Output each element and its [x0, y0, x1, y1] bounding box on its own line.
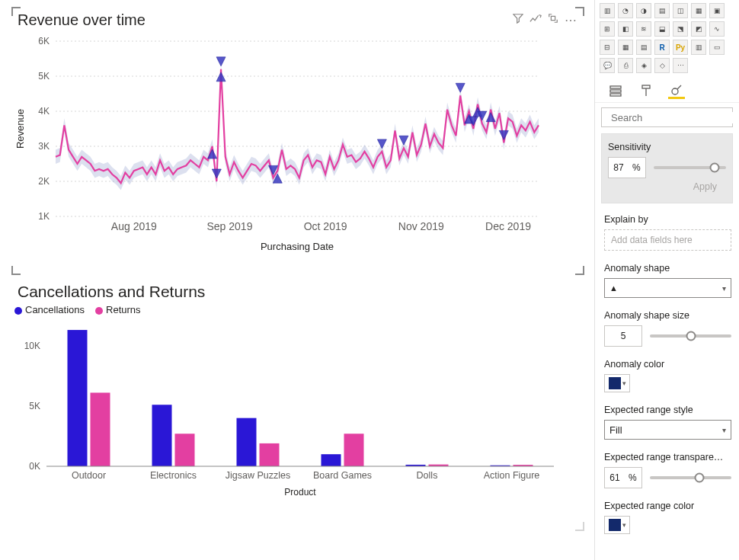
viz-type-icon[interactable]: 💬 [600, 58, 615, 73]
svg-text:Dec 2019: Dec 2019 [485, 220, 531, 232]
svg-rect-38 [68, 330, 88, 466]
svg-rect-0 [551, 16, 555, 20]
svg-text:4K: 4K [38, 106, 50, 117]
sensitivity-value-box[interactable]: 87 % [608, 157, 646, 178]
svg-rect-45 [260, 443, 280, 466]
svg-text:10K: 10K [24, 341, 40, 351]
svg-rect-44 [237, 418, 257, 466]
svg-text:Nov 2019: Nov 2019 [398, 220, 444, 232]
legend-item-cancellations[interactable]: Cancellations [14, 304, 85, 315]
svg-text:1K: 1K [38, 211, 50, 222]
anomaly-color-swatch[interactable]: ▾ [604, 374, 630, 392]
svg-text:5K: 5K [38, 71, 50, 82]
svg-text:6K: 6K [38, 36, 50, 46]
viz-type-icon[interactable]: ⊞ [600, 21, 615, 37]
viz-type-icon[interactable]: Py [673, 40, 688, 55]
viz-type-icon[interactable]: ⬓ [654, 21, 670, 37]
viz-type-icon[interactable]: ▦ [691, 3, 706, 18]
sensitivity-label: Sensitivity [608, 142, 726, 152]
viz-type-icon[interactable]: ▭ [709, 40, 725, 55]
apply-button[interactable]: Apply [693, 181, 717, 192]
panel-search[interactable] [601, 107, 733, 127]
viz-type-icon[interactable]: ▤ [636, 40, 651, 55]
chart1-title: Revenue over time [13, 8, 583, 29]
svg-rect-58 [610, 86, 621, 88]
viz-type-icon[interactable]: ◫ [673, 3, 688, 18]
tab-analytics[interactable] [668, 82, 685, 99]
svg-rect-41 [152, 405, 172, 466]
viz-type-icon[interactable]: ≋ [636, 21, 651, 37]
tab-fields[interactable] [607, 82, 624, 99]
viz-type-icon[interactable]: ∿ [709, 21, 725, 37]
viz-type-icon[interactable]: ⋯ [673, 58, 688, 73]
resize-handle-bl[interactable] [11, 266, 21, 275]
viz-type-icon[interactable]: ◧ [618, 21, 633, 37]
svg-marker-26 [377, 139, 386, 149]
chart1-plot: 1K2K3K4K5K6KRevenueAug 2019Sep 2019Oct 2… [13, 29, 546, 258]
explain-by-label: Explain by [604, 214, 731, 225]
anomaly-shape-select[interactable]: ▲▾ [604, 278, 731, 298]
svg-text:Outdoor: Outdoor [72, 470, 106, 481]
viz-type-icon[interactable]: ▣ [709, 3, 725, 18]
svg-text:Board Games: Board Games [313, 470, 372, 481]
viz-type-icon[interactable]: ◔ [618, 3, 633, 18]
viz-type-icon[interactable]: ◈ [636, 58, 651, 73]
viz-type-icon[interactable]: ◑ [636, 3, 651, 18]
svg-text:Aug 2019: Aug 2019 [111, 220, 157, 232]
expected-range-color-swatch[interactable]: ▾ [604, 516, 630, 534]
viz-type-icon[interactable]: ⬔ [673, 21, 688, 37]
svg-marker-27 [399, 136, 408, 145]
anomaly-shape-size-box[interactable]: 5 [604, 325, 642, 347]
tab-format[interactable] [638, 82, 654, 99]
resize-handle-tl[interactable] [11, 7, 21, 16]
visual-cancellations-returns[interactable]: Cancellations and Returns Cancellations … [12, 279, 584, 530]
svg-text:Oct 2019: Oct 2019 [304, 220, 347, 232]
svg-text:Jigsaw Puzzles: Jigsaw Puzzles [226, 470, 290, 481]
anomaly-shape-size-label: Anomaly shape size [604, 310, 731, 321]
explain-by-field-well[interactable]: Add data fields here [604, 229, 731, 251]
viz-type-icon[interactable]: ▦ [618, 40, 633, 55]
format-panel: ▥◔◑▤◫▦▣⊞◧≋⬓⬔◩∿⊟▦▤RPy▥▭💬⎙◈◇⋯ Sensitivity … [594, 0, 739, 560]
svg-rect-42 [175, 434, 195, 466]
viz-type-icon[interactable]: ▥ [600, 3, 615, 18]
chart2-plot: 0K5K10KOutdoorElectronicsJigsaw PuzzlesB… [13, 317, 561, 515]
resize-handle-br[interactable] [575, 266, 584, 275]
svg-marker-21 [212, 169, 221, 178]
svg-point-63 [672, 88, 678, 94]
viz-type-icon[interactable]: ◇ [654, 58, 670, 73]
viz-type-icon[interactable]: ◩ [691, 21, 706, 37]
filter-icon[interactable] [513, 13, 523, 27]
expected-range-transparency-box[interactable]: 61 % [604, 467, 642, 488]
svg-text:Action Figure: Action Figure [484, 470, 540, 481]
anomaly-shape-label: Anomaly shape [604, 263, 731, 274]
svg-text:Sep 2019: Sep 2019 [206, 220, 252, 232]
anomaly-shape-size-slider[interactable] [650, 334, 731, 338]
viz-type-icon[interactable]: ▤ [654, 3, 670, 18]
expected-range-color-label: Expected range color [604, 501, 731, 511]
visualization-gallery: ▥◔◑▤◫▦▣⊞◧≋⬓⬔◩∿⊟▦▤RPy▥▭💬⎙◈◇⋯ [595, 0, 739, 78]
sensitivity-slider[interactable] [654, 166, 726, 169]
analytics-icon[interactable] [529, 13, 542, 27]
legend-item-returns[interactable]: Returns [95, 304, 141, 315]
svg-text:Purchasing Date: Purchasing Date [261, 241, 334, 252]
resize-handle-br[interactable] [575, 522, 584, 531]
svg-rect-59 [610, 90, 621, 92]
sensitivity-group: Sensitivity 87 % Apply [601, 133, 733, 203]
viz-type-icon[interactable]: ⊟ [600, 40, 615, 55]
svg-rect-61 [642, 85, 650, 88]
svg-marker-34 [499, 130, 508, 139]
chart2-legend: Cancellations Returns [13, 301, 583, 317]
expected-range-transparency-label: Expected range transpare… [604, 452, 731, 462]
svg-text:3K: 3K [38, 141, 50, 152]
panel-search-input[interactable] [611, 112, 739, 123]
expected-range-style-select[interactable]: Fill▾ [604, 420, 731, 440]
focus-mode-icon[interactable] [548, 13, 558, 27]
expected-range-transparency-slider[interactable] [650, 476, 731, 479]
more-options-icon[interactable]: ⋯ [565, 13, 578, 27]
svg-text:0K: 0K [29, 461, 40, 472]
viz-type-icon[interactable]: R [654, 40, 670, 55]
visual-revenue-over-time[interactable]: ⋯ Revenue over time 1K2K3K4K5K6KRevenueA… [12, 8, 584, 274]
viz-type-icon[interactable]: ▥ [691, 40, 706, 55]
anomaly-color-label: Anomaly color [604, 359, 731, 370]
viz-type-icon[interactable]: ⎙ [618, 58, 633, 73]
